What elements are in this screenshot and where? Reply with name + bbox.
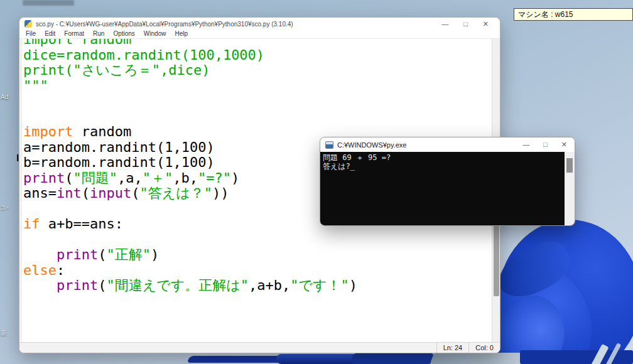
code-line: import random: [23, 39, 492, 48]
machine-name-label: マシン名 : w615: [514, 8, 633, 21]
code-token: "＋": [143, 170, 173, 186]
code-line: print("正解"): [23, 247, 492, 263]
desktop-icon-label-fragment: [23, 0, 74, 6]
code-line: print("間違えです。正解は",a+b,"です！"): [23, 278, 492, 294]
code-token: input: [90, 185, 131, 201]
code-token: "=?": [198, 170, 231, 186]
code-line: [23, 94, 492, 109]
code-line: [23, 232, 492, 248]
menu-window[interactable]: Window: [140, 30, 170, 37]
console-title-bar[interactable]: C:¥WINDOWS¥py.exe — □ ✕: [320, 137, 575, 152]
code-token: a=random.randint(1,100): [23, 139, 215, 155]
close-button[interactable]: ✕: [561, 141, 567, 148]
code-token: dice=random.randint(100,1000): [23, 47, 264, 63]
menu-file[interactable]: File: [22, 30, 40, 37]
menu-edit[interactable]: Edit: [41, 30, 59, 37]
code-token: print: [57, 247, 98, 262]
code-token: "問題": [73, 170, 117, 186]
code-token: ): [231, 170, 239, 186]
status-line-number: Ln: 24: [436, 343, 469, 353]
menu-bar: FileEditFormatRunOptionsWindowHelp: [19, 29, 500, 38]
code-line: """: [23, 78, 492, 94]
menu-format[interactable]: Format: [60, 30, 88, 37]
console-line: 問題 69 ＋ 95 =?: [323, 153, 565, 162]
console-app-icon: [325, 141, 333, 149]
code-token: import: [23, 124, 73, 139]
menu-run[interactable]: Run: [89, 30, 108, 37]
code-line: dice=random.randint(100,1000): [23, 48, 492, 63]
minimize-button[interactable]: —: [441, 21, 448, 28]
console-window: C:¥WINDOWS¥py.exe — □ ✕ 問題 69 ＋ 95 =?答えは…: [320, 137, 575, 226]
code-token: ): [151, 247, 159, 262]
wallpaper-shape: [187, 356, 291, 363]
code-token: """: [23, 78, 48, 94]
code-token: b=random.randint(1,100): [23, 154, 215, 170]
menu-options[interactable]: Options: [109, 30, 138, 37]
code-token: (: [65, 170, 73, 186]
maximize-button[interactable]: □: [543, 141, 548, 148]
code-token: print: [57, 277, 98, 293]
code-token: )): [212, 185, 229, 201]
console-text: 問題 69 ＋ 95 =?答えは?_: [320, 152, 565, 225]
code-token: ans=: [23, 185, 57, 201]
code-token: ,a,: [117, 170, 143, 186]
code-token: ,b,: [173, 170, 198, 186]
desktop-background: Ad ユ- 新 マシン名 : w615 sco.py - C:¥Users¥WG…: [0, 0, 633, 364]
maximize-button[interactable]: □: [463, 21, 468, 28]
code-token: :: [57, 262, 65, 278]
code-token: "正解": [106, 247, 151, 262]
idle-title-bar[interactable]: sco.py - C:¥Users¥WG-user¥AppData¥Local¥…: [19, 18, 500, 29]
console-line: 答えは?_: [323, 162, 565, 171]
code-token: ): [349, 277, 357, 293]
code-token: int: [57, 185, 82, 201]
code-token: else: [23, 262, 57, 278]
code-token: "間違えです。正解は": [106, 277, 249, 293]
code-token: "答えは？": [139, 185, 212, 201]
code-token: a+b==ans:: [40, 216, 123, 232]
idle-window-title: sco.py - C:¥Users¥WG-user¥AppData¥Local¥…: [36, 21, 441, 28]
console-window-title: C:¥WINDOWS¥py.exe: [337, 141, 522, 149]
code-token: if: [23, 216, 40, 232]
status-column-number: Col: 0: [468, 343, 500, 353]
menu-help[interactable]: Help: [171, 30, 192, 37]
code-line: print("さいころ＝",dice): [23, 63, 492, 78]
desktop-icon-label-fragment: 新: [1, 329, 7, 338]
minimize-button[interactable]: —: [522, 141, 529, 148]
desktop-icon-label-fragment: Ad: [1, 94, 8, 100]
code-token: random: [73, 124, 131, 139]
code-token: (: [82, 185, 90, 201]
code-token: "です！": [290, 277, 349, 293]
wallpaper-shape: [430, 353, 529, 364]
code-token: print("さいころ＝",dice): [23, 62, 210, 78]
code-token: print: [23, 170, 65, 186]
code-line: [23, 109, 492, 125]
close-button[interactable]: ✕: [483, 21, 489, 28]
desktop-icon-label-fragment: ユ-: [0, 203, 9, 212]
code-token: [23, 277, 57, 293]
code-token: (: [131, 185, 139, 201]
console-body[interactable]: 問題 69 ＋ 95 =?答えは?_: [320, 152, 575, 225]
code-token: [23, 247, 57, 262]
python-file-icon: [24, 20, 32, 28]
console-scrollbar[interactable]: [565, 152, 575, 225]
code-token: (: [98, 277, 106, 293]
console-scrollbar-thumb[interactable]: [566, 158, 573, 173]
code-token: (: [98, 247, 106, 262]
code-line: else:: [23, 263, 492, 279]
status-bar: Ln: 24 Col: 0: [19, 342, 500, 353]
code-token: import random: [23, 39, 131, 47]
code-token: ,a+b,: [249, 277, 290, 293]
text-cursor-mark: [17, 154, 18, 161]
wallpaper-shape: [350, 353, 435, 364]
